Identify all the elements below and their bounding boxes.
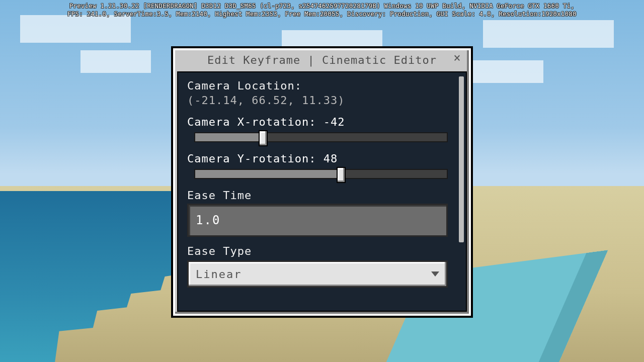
dialog-title: Edit Keyframe | Cinematic Editor: [180, 54, 464, 66]
edit-keyframe-dialog: Edit Keyframe | Cinematic Editor × Camer…: [171, 46, 473, 318]
camera-location-value: (-21.14, 66.52, 11.33): [187, 94, 457, 107]
debug-overlay: Preview 1.21.30.22 [RENDERDRAGON] D3D12 …: [0, 2, 644, 18]
debug-line-2: FPS: 241.0, ServerTime:3.5, Mem:2140, Hi…: [0, 10, 644, 18]
y-rotation-thumb[interactable]: [337, 167, 346, 183]
y-rotation-fill: [195, 170, 341, 178]
chevron-down-icon: [431, 272, 439, 277]
ease-type-group: Ease Type Linear: [187, 245, 457, 288]
x-rotation-slider[interactable]: [194, 132, 448, 142]
cloud-sprite: [20, 15, 131, 43]
dialog-titlebar: Edit Keyframe | Cinematic Editor ×: [173, 48, 471, 71]
cloud-sprite: [80, 50, 151, 73]
dialog-body: Camera Location: (-21.14, 66.52, 11.33) …: [177, 71, 467, 312]
ease-time-label: Ease Time: [187, 189, 448, 202]
x-rotation-label: Camera X-rotation: -42: [187, 116, 448, 128]
scrollbar-thumb[interactable]: [459, 76, 464, 242]
cloud-sprite: [463, 60, 543, 83]
close-icon[interactable]: ×: [451, 52, 464, 65]
x-rotation-fill: [195, 133, 263, 141]
y-rotation-row: Camera Y-rotation: 48: [187, 152, 457, 179]
x-rotation-row: Camera X-rotation: -42: [187, 116, 457, 142]
cloud-sprite: [483, 20, 614, 48]
x-rotation-thumb[interactable]: [259, 130, 268, 146]
ease-type-label: Ease Type: [187, 245, 448, 257]
ease-type-dropdown[interactable]: Linear: [187, 260, 448, 288]
ease-type-selected: Linear: [196, 268, 242, 281]
y-rotation-label: Camera Y-rotation: 48: [187, 152, 448, 165]
debug-line-1: Preview 1.21.30.22 [RENDERDRAGON] D3D12 …: [0, 2, 644, 10]
camera-location-label: Camera Location:: [187, 79, 457, 92]
ease-time-group: Ease Time 1.0: [187, 189, 457, 237]
ease-time-input[interactable]: 1.0: [187, 204, 448, 237]
y-rotation-slider[interactable]: [194, 169, 448, 179]
